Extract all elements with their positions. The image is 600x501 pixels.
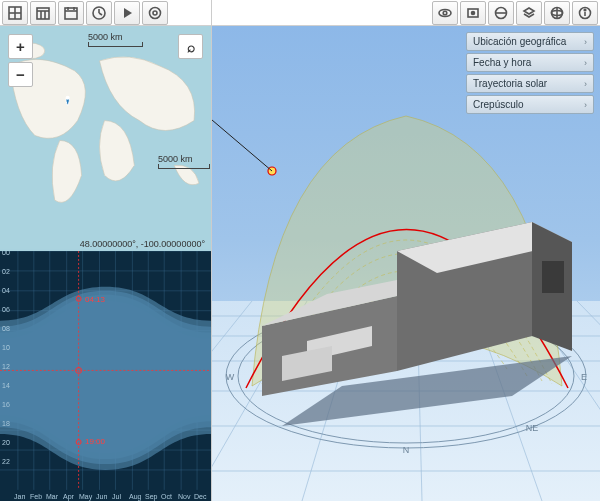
compass-e: E xyxy=(581,372,587,382)
layers-icon xyxy=(522,6,536,20)
svg-marker-14 xyxy=(124,8,132,18)
panel-layout-icon xyxy=(8,6,22,20)
sunrise-time: 04:13 xyxy=(84,295,106,304)
svg-line-13 xyxy=(99,13,102,15)
hour-label: 14 xyxy=(2,382,10,389)
month-label: Aug xyxy=(129,493,141,500)
map-canvas xyxy=(0,26,211,250)
info-button[interactable] xyxy=(572,1,598,25)
hour-label: 16 xyxy=(2,401,10,408)
month-label: Nov xyxy=(178,493,190,500)
panel-label: Trayectoria solar xyxy=(473,78,547,89)
hour-label: 06 xyxy=(2,306,10,313)
display-mode-button[interactable] xyxy=(460,1,486,25)
daylight-chart[interactable]: 04:13 19:00 00 02 04 06 08 10 12 14 16 1… xyxy=(0,251,211,501)
month-label: Apr xyxy=(63,493,74,500)
svg-rect-86 xyxy=(542,261,564,293)
svg-point-51 xyxy=(443,11,447,15)
compass-ne: NE xyxy=(526,423,539,433)
calendar-grid-button[interactable] xyxy=(30,1,56,25)
projection-button[interactable] xyxy=(488,1,514,25)
play-button[interactable] xyxy=(114,1,140,25)
svg-point-19 xyxy=(66,96,70,100)
hour-label: 22 xyxy=(2,458,10,465)
panel-label: Ubicación geográfica xyxy=(473,36,566,47)
compass-w: W xyxy=(226,372,235,382)
panel-date-time[interactable]: Fecha y hora› xyxy=(466,53,594,72)
month-label: May xyxy=(79,493,92,500)
svg-point-62 xyxy=(584,9,586,11)
month-label: Jan xyxy=(14,493,25,500)
chevron-right-icon: › xyxy=(584,37,587,47)
svg-line-79 xyxy=(212,86,272,171)
clock-button[interactable] xyxy=(86,1,112,25)
chevron-right-icon: › xyxy=(584,58,587,68)
map-scale-top: 5000 km xyxy=(88,32,143,47)
panel-label: Crepúsculo xyxy=(473,99,524,110)
month-label: Sep xyxy=(145,493,157,500)
zoom-in-button[interactable]: + xyxy=(8,34,33,59)
compass-n: N xyxy=(403,445,410,455)
panel-label: Fecha y hora xyxy=(473,57,531,68)
month-label: Dec xyxy=(194,493,206,500)
map-search-button[interactable]: ⌕ xyxy=(178,34,203,59)
projection-icon xyxy=(494,6,508,20)
map-scale-bottom: 5000 km xyxy=(158,154,210,169)
svg-rect-7 xyxy=(65,8,77,19)
calendar-icon xyxy=(64,6,78,20)
hour-label: 10 xyxy=(2,344,10,351)
display-icon xyxy=(466,6,480,20)
world-map[interactable]: + − ⌕ 5000 km 5000 km 48.00000000°, -100… xyxy=(0,26,211,251)
month-label: Jun xyxy=(96,493,107,500)
month-label: Mar xyxy=(46,493,58,500)
hour-label: 18 xyxy=(2,420,10,427)
eye-icon xyxy=(438,6,452,20)
toolbar-right xyxy=(430,0,600,26)
calendar-grid-icon xyxy=(36,6,50,20)
side-panel-accordion: Ubicación geográfica› Fecha y hora› Tray… xyxy=(466,32,594,114)
clock-icon xyxy=(92,6,106,20)
svg-rect-3 xyxy=(37,8,49,19)
settings-button[interactable] xyxy=(142,1,168,25)
svg-point-15 xyxy=(153,11,157,15)
panel-solar-path[interactable]: Trayectoria solar› xyxy=(466,74,594,93)
hour-label: 02 xyxy=(2,268,10,275)
zoom-out-button[interactable]: − xyxy=(8,62,33,87)
visibility-button[interactable] xyxy=(432,1,458,25)
globe-button[interactable] xyxy=(544,1,570,25)
month-label: Jul xyxy=(112,493,121,500)
globe-icon xyxy=(550,6,564,20)
svg-marker-56 xyxy=(524,8,534,14)
info-icon xyxy=(578,6,592,20)
svg-point-53 xyxy=(472,11,475,14)
chevron-right-icon: › xyxy=(584,79,587,89)
chevron-right-icon: › xyxy=(584,100,587,110)
panel-layout-button[interactable] xyxy=(2,1,28,25)
toolbar-left xyxy=(0,0,211,26)
sunset-time: 19:00 xyxy=(84,437,106,446)
map-coordinates: 48.00000000°, -100.00000000° xyxy=(80,239,205,249)
play-icon xyxy=(120,6,134,20)
hour-label: 08 xyxy=(2,325,10,332)
calendar-button[interactable] xyxy=(58,1,84,25)
hour-label: 04 xyxy=(2,287,10,294)
gear-icon xyxy=(148,6,162,20)
daylight-chart-canvas xyxy=(0,251,211,500)
svg-point-16 xyxy=(150,7,161,18)
month-label: Oct xyxy=(161,493,172,500)
hour-label: 20 xyxy=(2,439,10,446)
panel-twilight[interactable]: Crepúsculo› xyxy=(466,95,594,114)
hour-label: 12 xyxy=(2,363,10,370)
hour-label: 00 xyxy=(2,251,10,256)
month-label: Feb xyxy=(30,493,42,500)
panel-geo-location[interactable]: Ubicación geográfica› xyxy=(466,32,594,51)
layers-button[interactable] xyxy=(516,1,542,25)
